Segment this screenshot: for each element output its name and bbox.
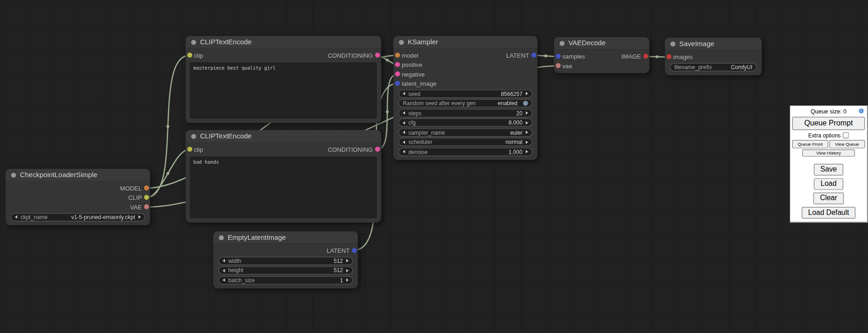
decrement-arrow-icon[interactable]	[403, 140, 405, 143]
output-port-conditioning[interactable]	[375, 147, 380, 152]
widget-scheduler[interactable]: scheduler normal	[398, 138, 532, 146]
collapse-dot-icon[interactable]	[219, 235, 224, 240]
node-checkpointloadersimple[interactable]: CheckpointLoaderSimple MODEL CLIP VAE ck…	[6, 169, 150, 225]
load-button[interactable]: Load	[814, 178, 844, 190]
widget-value: ComfyUI	[731, 64, 753, 70]
decrement-arrow-icon[interactable]	[403, 121, 405, 124]
queue-prompt-button[interactable]: Queue Prompt	[792, 117, 865, 130]
increment-arrow-icon[interactable]	[346, 259, 349, 262]
widget-cfg[interactable]: cfg 8.000	[398, 119, 532, 127]
widget-denoise[interactable]: denoise 1.000	[398, 148, 532, 156]
increment-arrow-icon[interactable]	[526, 111, 528, 114]
increment-arrow-icon[interactable]	[346, 269, 349, 272]
widget-sampler-name[interactable]: sampler_name euler	[398, 128, 532, 137]
increment-arrow-icon[interactable]	[526, 92, 528, 95]
input-label-images: images	[673, 54, 693, 60]
collapse-dot-icon[interactable]	[399, 40, 404, 45]
widget-steps[interactable]: steps 20	[398, 109, 532, 117]
input-port-images[interactable]	[666, 54, 671, 59]
node-title-bar[interactable]: VAEDecode	[554, 37, 649, 50]
output-port-vae[interactable]	[144, 204, 149, 209]
output-port-conditioning[interactable]	[375, 53, 380, 58]
decrement-arrow-icon[interactable]	[403, 150, 405, 153]
widget-filename-prefix[interactable]: filename_prefix ComfyUI	[670, 63, 757, 71]
widget-batch-size[interactable]: batch_size 1	[218, 276, 353, 284]
widget-value: 512	[334, 258, 343, 264]
decrement-arrow-icon[interactable]	[223, 259, 225, 262]
view-history-button[interactable]: View History	[802, 149, 855, 157]
input-port-clip[interactable]	[187, 53, 192, 58]
node-title: CLIPTextEncode	[200, 132, 252, 140]
collapse-dot-icon[interactable]	[11, 172, 16, 178]
output-port-latent[interactable]	[351, 248, 356, 253]
node-cliptextencode-positive[interactable]: CLIPTextEncode clip CONDITIONING masterp…	[186, 36, 381, 123]
collapse-dot-icon[interactable]	[191, 40, 196, 45]
node-title-bar[interactable]: CLIPTextEncode	[186, 130, 381, 143]
widget-width[interactable]: width 512	[218, 256, 353, 265]
node-graph-canvas[interactable]: CheckpointLoaderSimple MODEL CLIP VAE ck…	[0, 0, 868, 333]
save-button[interactable]: Save	[814, 164, 843, 175]
increment-arrow-icon[interactable]	[526, 121, 528, 124]
node-emptylatentimage[interactable]: EmptyLatentImage LATENT width 512 height…	[213, 232, 358, 289]
decrement-arrow-icon[interactable]	[403, 111, 405, 114]
node-saveimage[interactable]: SaveImage images filename_prefix ComfyUI	[665, 38, 762, 76]
comfy-menu: Queue size: 0 Queue Prompt Extra options	[790, 105, 868, 222]
input-label-model: model	[402, 52, 418, 58]
increment-arrow-icon[interactable]	[139, 215, 141, 219]
decrement-arrow-icon[interactable]	[223, 279, 225, 282]
decrement-arrow-icon[interactable]	[403, 92, 405, 95]
node-title-bar[interactable]: EmptyLatentImage	[213, 232, 358, 244]
decrement-arrow-icon[interactable]	[223, 269, 225, 272]
increment-arrow-icon[interactable]	[526, 131, 528, 134]
widget-ckpt-name[interactable]: ckpt_name v1-5-pruned-emaonly.ckpt	[11, 213, 145, 221]
widget-label: batch_size	[228, 277, 254, 283]
input-port-model[interactable]	[395, 53, 400, 58]
decrement-arrow-icon[interactable]	[403, 131, 405, 134]
output-port-latent[interactable]	[531, 53, 536, 58]
collapse-dot-icon[interactable]	[560, 41, 565, 46]
toggle-indicator-icon[interactable]	[523, 101, 528, 106]
widget-value: 1.000	[509, 149, 523, 155]
widget-seed[interactable]: seed 8566257	[398, 89, 532, 98]
decrement-arrow-icon[interactable]	[15, 215, 17, 219]
input-port-vae[interactable]	[555, 63, 561, 68]
link-midpoint-dot	[386, 110, 389, 113]
node-ksampler[interactable]: KSampler model LATENT positive negative …	[393, 36, 537, 160]
clear-button[interactable]: Clear	[814, 192, 844, 204]
output-label-conditioning: CONDITIONING	[328, 52, 373, 58]
output-port-clip[interactable]	[144, 195, 149, 200]
node-title: EmptyLatentImage	[228, 233, 286, 241]
node-vaedecode[interactable]: VAEDecode samples IMAGE vae	[554, 37, 649, 73]
positive-prompt-textarea[interactable]: masterpiece best quality girl	[190, 63, 377, 119]
input-port-negative[interactable]	[395, 71, 400, 77]
load-default-button[interactable]: Load Default	[802, 207, 856, 218]
extra-options-checkbox[interactable]	[843, 132, 849, 138]
increment-arrow-icon[interactable]	[346, 279, 349, 282]
node-title-bar[interactable]: KSampler	[393, 36, 537, 49]
node-title-bar[interactable]: CheckpointLoaderSimple	[6, 169, 150, 182]
collapse-dot-icon[interactable]	[191, 134, 196, 139]
node-title-bar[interactable]: SaveImage	[665, 38, 762, 51]
output-port-model[interactable]	[144, 185, 149, 190]
increment-arrow-icon[interactable]	[526, 150, 528, 153]
input-port-latent-image[interactable]	[395, 81, 400, 86]
widget-value: v1-5-pruned-emaonly.ckpt	[71, 214, 135, 220]
input-port-samples[interactable]	[555, 54, 561, 59]
node-title-bar[interactable]: CLIPTextEncode	[186, 36, 381, 49]
increment-arrow-icon[interactable]	[526, 140, 528, 143]
widget-label: ckpt_name	[20, 214, 48, 220]
input-port-clip[interactable]	[187, 147, 192, 152]
negative-prompt-textarea[interactable]: bad hands	[190, 157, 377, 218]
settings-gear-icon[interactable]	[858, 108, 864, 114]
queue-front-button[interactable]: Queue Front	[792, 140, 828, 148]
input-port-positive[interactable]	[395, 62, 400, 67]
widget-height[interactable]: height 512	[218, 266, 353, 274]
output-label-model: MODEL	[120, 184, 142, 191]
extra-options-row: Extra options	[792, 131, 865, 139]
node-cliptextencode-negative[interactable]: CLIPTextEncode clip CONDITIONING bad han…	[186, 130, 381, 222]
collapse-dot-icon[interactable]	[670, 41, 675, 46]
view-queue-button[interactable]: View Queue	[829, 140, 865, 148]
slot-row: samples IMAGE	[554, 52, 649, 61]
output-port-image[interactable]	[643, 54, 648, 59]
widget-random-seed-toggle[interactable]: Random seed after every gen enabled	[398, 99, 532, 107]
